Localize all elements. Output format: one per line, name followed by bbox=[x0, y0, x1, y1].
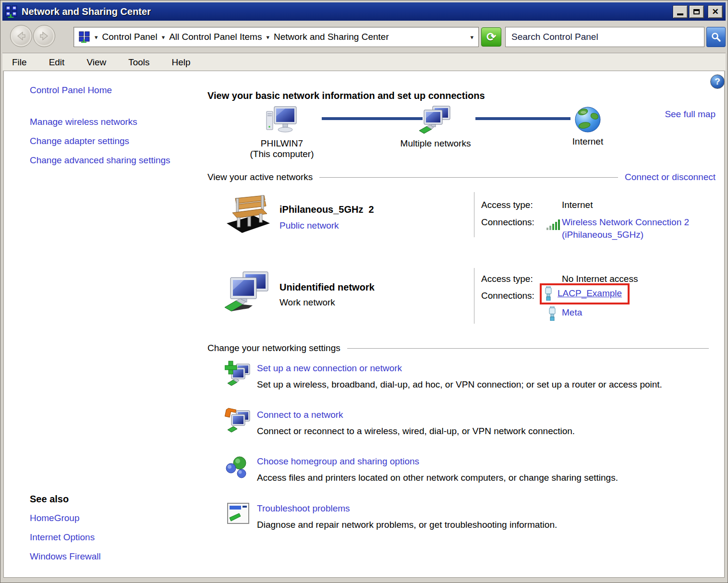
connections-label: Connections: bbox=[481, 217, 534, 228]
active-network-row: Unidentified network Work network Access… bbox=[207, 265, 717, 330]
minimize-icon bbox=[677, 13, 683, 15]
internet-globe-icon bbox=[574, 106, 602, 134]
address-bar[interactable]: ▾ Control Panel ▾ All Control Panel Item… bbox=[73, 27, 479, 47]
minimize-button[interactable] bbox=[673, 5, 688, 18]
ethernet-plug-icon bbox=[544, 286, 553, 301]
menu-bar: File Edit View Tools Help bbox=[2, 53, 726, 71]
chevron-down-icon[interactable]: ▾ bbox=[266, 34, 269, 41]
map-node-multiple-networks[interactable]: Multiple networks bbox=[383, 106, 488, 149]
lacp-example-highlight-box: LACP_Example bbox=[540, 283, 630, 304]
access-type-label: Access type: bbox=[481, 200, 533, 210]
search-box[interactable] bbox=[505, 27, 704, 47]
content-area: ? Control Panel Home Manage wireless net… bbox=[3, 71, 725, 578]
wifi-signal-icon bbox=[546, 219, 561, 230]
sidebar-item-change-adapter-settings[interactable]: Change adapter settings bbox=[30, 136, 129, 146]
chevron-down-icon[interactable]: ▾ bbox=[162, 34, 165, 41]
task-homegroup-sharing: Choose homegroup and sharing options Acc… bbox=[207, 453, 721, 498]
active-networks-title: View your active networks bbox=[207, 172, 313, 182]
divider-line bbox=[474, 192, 474, 237]
map-node-label: Internet bbox=[572, 136, 603, 147]
forward-arrow-icon bbox=[38, 30, 50, 42]
troubleshoot-problems-link[interactable]: Troubleshoot problems bbox=[257, 503, 350, 514]
homegroup-spheres-icon bbox=[225, 453, 252, 480]
computer-icon bbox=[266, 106, 298, 135]
unidentified-network-icon bbox=[224, 271, 272, 314]
window-title: Network and Sharing Center bbox=[22, 6, 151, 17]
task-troubleshoot-problems: Troubleshoot problems Diagnose and repai… bbox=[207, 500, 721, 545]
networking-settings-title: Change your networking settings bbox=[207, 343, 340, 353]
close-icon: ✕ bbox=[712, 7, 718, 17]
access-type-value: Internet bbox=[562, 200, 593, 210]
forward-button[interactable] bbox=[33, 25, 55, 47]
connection-link-wrap: Wireless Network Connection 2 (iPhilaneo… bbox=[562, 216, 728, 241]
titlebar: Network and Sharing Center ✕ bbox=[2, 2, 726, 21]
connect-to-network-icon bbox=[225, 407, 252, 434]
task-description: Set up a wireless, broadband, dial-up, a… bbox=[257, 379, 662, 390]
divider-line bbox=[347, 348, 709, 349]
sidebar-item-windows-firewall[interactable]: Windows Firewall bbox=[30, 551, 101, 562]
network-sharing-center-window: Network and Sharing Center ✕ bbox=[0, 0, 728, 583]
sidebar-item-manage-wireless-networks[interactable]: Manage wireless networks bbox=[30, 117, 137, 127]
active-network-row: iPhilaneous_5GHz 2 Public network Access… bbox=[207, 191, 717, 246]
breadcrumb-all-control-panel-items[interactable]: All Control Panel Items bbox=[169, 32, 262, 42]
sidebar-item-homegroup[interactable]: HomeGroup bbox=[30, 513, 80, 523]
search-icon bbox=[710, 31, 722, 43]
task-setup-new-connection: Set up a new connection or network Set u… bbox=[207, 360, 721, 404]
close-button[interactable]: ✕ bbox=[708, 5, 723, 18]
breadcrumb-control-panel[interactable]: Control Panel bbox=[102, 32, 158, 42]
see-also-heading: See also bbox=[30, 494, 69, 505]
map-node-label: PHILWIN7 bbox=[261, 138, 303, 149]
page-title: View your basic network information and … bbox=[207, 90, 485, 101]
navigation-toolbar: ▾ Control Panel ▾ All Control Panel Item… bbox=[2, 21, 726, 53]
sidebar-item-control-panel-home[interactable]: Control Panel Home bbox=[30, 85, 112, 96]
sidebar-item-change-advanced-sharing-settings[interactable]: Change advanced sharing settings bbox=[30, 155, 170, 166]
breadcrumb-network-sharing-center[interactable]: Network and Sharing Center bbox=[274, 32, 389, 42]
address-history-dropdown-icon[interactable]: ▾ bbox=[470, 34, 473, 41]
menu-tools[interactable]: Tools bbox=[128, 57, 149, 68]
search-input[interactable] bbox=[511, 32, 702, 42]
back-arrow-icon bbox=[15, 30, 27, 42]
maximize-button[interactable] bbox=[689, 5, 704, 18]
lacp-example-connection-link[interactable]: LACP_Example bbox=[558, 288, 622, 299]
homegroup-sharing-link[interactable]: Choose homegroup and sharing options bbox=[257, 456, 419, 467]
connect-to-network-link[interactable]: Connect to a network bbox=[257, 410, 343, 420]
divider-line bbox=[319, 177, 618, 178]
refresh-icon: ⟳ bbox=[486, 30, 496, 44]
access-type-value: No Internet access bbox=[562, 274, 638, 284]
help-icon: ? bbox=[715, 76, 720, 87]
search-button[interactable] bbox=[706, 27, 726, 47]
map-node-internet[interactable]: Internet bbox=[535, 106, 641, 147]
network-location-icon bbox=[79, 31, 90, 43]
network-app-icon bbox=[5, 5, 18, 18]
connect-or-disconnect-link[interactable]: Connect or disconnect bbox=[625, 172, 716, 182]
menu-edit[interactable]: Edit bbox=[49, 57, 65, 68]
ethernet-plug-icon bbox=[547, 306, 557, 321]
help-button[interactable]: ? bbox=[710, 74, 725, 89]
map-node-sublabel: (This computer) bbox=[250, 149, 314, 159]
chevron-down-icon[interactable]: ▾ bbox=[95, 34, 98, 41]
see-full-map-link[interactable]: See full map bbox=[665, 109, 716, 120]
network-type-public-link[interactable]: Public network bbox=[279, 220, 339, 231]
meta-connection-link[interactable]: Meta bbox=[562, 307, 582, 317]
menu-file[interactable]: File bbox=[12, 57, 27, 68]
task-connect-to-network: Connect to a network Connect or reconnec… bbox=[207, 407, 721, 451]
networking-settings-header: Change your networking settings bbox=[207, 343, 716, 353]
connections-label: Connections: bbox=[481, 291, 534, 301]
task-description: Connect or reconnect to a wireless, wire… bbox=[257, 426, 575, 437]
refresh-button[interactable]: ⟳ bbox=[481, 27, 501, 47]
connection-link-wrap: Meta bbox=[562, 306, 728, 319]
sidebar-item-internet-options[interactable]: Internet Options bbox=[30, 532, 95, 543]
divider-line bbox=[474, 268, 474, 324]
back-button[interactable] bbox=[10, 25, 32, 47]
window-controls: ✕ bbox=[673, 5, 723, 18]
task-description: Diagnose and repair network problems, or… bbox=[257, 520, 557, 530]
network-type-work: Work network bbox=[279, 297, 335, 308]
map-node-this-computer[interactable]: PHILWIN7 (This computer) bbox=[229, 106, 335, 159]
menu-help[interactable]: Help bbox=[172, 57, 191, 68]
menu-view[interactable]: View bbox=[86, 57, 106, 68]
setup-new-connection-link[interactable]: Set up a new connection or network bbox=[257, 363, 402, 374]
multiple-networks-icon bbox=[418, 106, 453, 135]
wireless-connection-link[interactable]: Wireless Network Connection 2 (iPhilaneo… bbox=[562, 217, 689, 240]
troubleshoot-icon bbox=[225, 500, 252, 527]
active-networks-header: View your active networks Connect or dis… bbox=[207, 172, 716, 182]
